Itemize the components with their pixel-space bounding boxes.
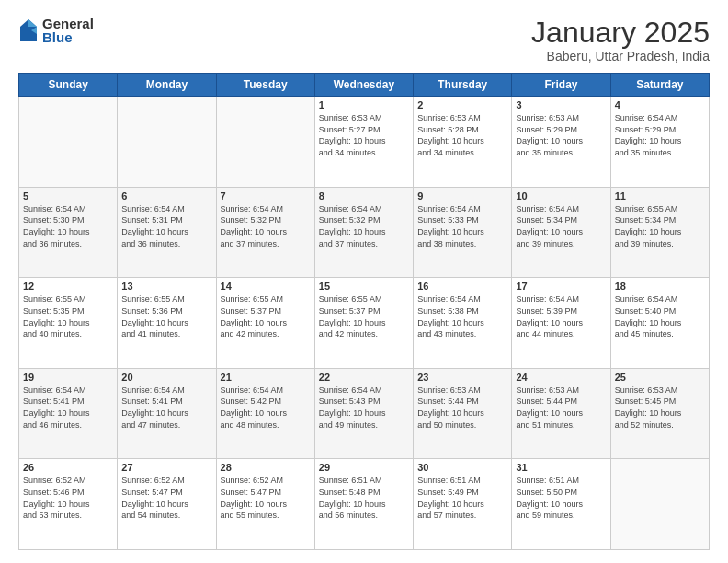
day-info-line-2: Daylight: 10 hours: [516, 317, 606, 329]
day-number: 29: [319, 462, 409, 473]
day-info-line-2: Daylight: 10 hours: [516, 135, 606, 147]
day-info-line-1: Sunset: 5:40 PM: [615, 305, 705, 317]
day-info-line-2: Daylight: 10 hours: [121, 408, 211, 419]
day-info-line-1: Sunset: 5:38 PM: [417, 305, 507, 317]
day-number: 8: [319, 190, 409, 201]
col-thursday: Thursday: [414, 74, 512, 97]
header: General Blue January 2025 Baberu, Uttar …: [18, 17, 710, 63]
day-number: 13: [121, 281, 211, 292]
day-info-line-1: Sunset: 5:46 PM: [23, 487, 113, 499]
day-info-line-2: Daylight: 10 hours: [319, 499, 409, 511]
calendar-cell-4-1: 19Sunrise: 6:54 AMSunset: 5:41 PMDayligh…: [19, 368, 118, 459]
day-info-line-0: Sunrise: 6:53 AM: [417, 112, 507, 124]
day-info-line-3: and 52 minutes.: [615, 419, 705, 431]
day-info-line-2: Daylight: 10 hours: [121, 317, 211, 329]
calendar-cell-3-6: 17Sunrise: 6:54 AMSunset: 5:39 PMDayligh…: [512, 278, 610, 369]
day-number: 17: [516, 281, 606, 292]
calendar-table: Sunday Monday Tuesday Wednesday Thursday…: [18, 73, 710, 550]
day-number: 18: [615, 281, 705, 292]
day-info-line-2: Daylight: 10 hours: [221, 499, 311, 511]
day-info-line-0: Sunrise: 6:52 AM: [221, 475, 311, 487]
day-info-line-1: Sunset: 5:44 PM: [417, 396, 507, 408]
day-info-line-0: Sunrise: 6:52 AM: [23, 475, 113, 487]
day-info-line-0: Sunrise: 6:54 AM: [121, 385, 211, 396]
day-info-line-2: Daylight: 10 hours: [23, 226, 113, 238]
day-info-line-2: Daylight: 10 hours: [516, 408, 606, 419]
day-number: 2: [417, 99, 507, 110]
day-info-line-3: and 35 minutes.: [615, 147, 705, 159]
col-monday: Monday: [118, 74, 216, 97]
day-number: 24: [516, 372, 606, 383]
day-info-line-2: Daylight: 10 hours: [23, 408, 113, 419]
day-info-line-1: Sunset: 5:47 PM: [221, 487, 311, 499]
day-info-line-3: and 37 minutes.: [319, 238, 409, 250]
day-info-line-0: Sunrise: 6:54 AM: [417, 293, 507, 305]
day-info-line-3: and 55 minutes.: [221, 510, 311, 522]
day-info-line-2: Daylight: 10 hours: [615, 226, 705, 238]
day-info-line-3: and 39 minutes.: [615, 238, 705, 250]
day-info-line-1: Sunset: 5:39 PM: [516, 305, 606, 317]
day-info-line-2: Daylight: 10 hours: [417, 499, 507, 511]
day-info-line-3: and 49 minutes.: [319, 419, 409, 431]
day-info-line-3: and 35 minutes.: [516, 147, 606, 159]
day-number: 23: [417, 372, 507, 383]
location-subtitle: Baberu, Uttar Pradesh, India: [531, 49, 710, 63]
day-info-line-0: Sunrise: 6:55 AM: [221, 293, 311, 305]
day-number: 26: [23, 462, 113, 473]
day-info-line-0: Sunrise: 6:54 AM: [221, 385, 311, 396]
calendar-cell-2-6: 10Sunrise: 6:54 AMSunset: 5:34 PMDayligh…: [512, 187, 610, 278]
logo-blue-text: Blue: [42, 30, 94, 44]
day-info-line-1: Sunset: 5:28 PM: [417, 124, 507, 136]
calendar-cell-1-4: 1Sunrise: 6:53 AMSunset: 5:27 PMDaylight…: [314, 97, 413, 188]
day-number: 30: [417, 462, 507, 473]
calendar-cell-4-2: 20Sunrise: 6:54 AMSunset: 5:41 PMDayligh…: [118, 368, 216, 459]
day-info-line-1: Sunset: 5:32 PM: [221, 214, 311, 226]
day-info-line-1: Sunset: 5:32 PM: [319, 214, 409, 226]
calendar-cell-4-7: 25Sunrise: 6:53 AMSunset: 5:45 PMDayligh…: [610, 368, 709, 459]
day-info-line-3: and 46 minutes.: [23, 419, 113, 431]
day-info-line-2: Daylight: 10 hours: [221, 408, 311, 419]
day-number: 22: [319, 372, 409, 383]
calendar-cell-2-4: 8Sunrise: 6:54 AMSunset: 5:32 PMDaylight…: [314, 187, 413, 278]
calendar-cell-2-1: 5Sunrise: 6:54 AMSunset: 5:30 PMDaylight…: [19, 187, 118, 278]
calendar-cell-3-3: 14Sunrise: 6:55 AMSunset: 5:37 PMDayligh…: [216, 278, 314, 369]
day-number: 11: [615, 190, 705, 201]
day-info-line-3: and 38 minutes.: [417, 238, 507, 250]
day-info-line-1: Sunset: 5:43 PM: [319, 396, 409, 408]
day-number: 9: [417, 190, 507, 201]
calendar-cell-5-2: 27Sunrise: 6:52 AMSunset: 5:47 PMDayligh…: [118, 459, 216, 550]
day-number: 20: [121, 372, 211, 383]
svg-marker-1: [28, 19, 37, 27]
day-info-line-2: Daylight: 10 hours: [221, 226, 311, 238]
day-info-line-1: Sunset: 5:47 PM: [121, 487, 211, 499]
day-info-line-3: and 42 minutes.: [221, 328, 311, 340]
day-info-line-3: and 56 minutes.: [319, 510, 409, 522]
day-info-line-0: Sunrise: 6:54 AM: [516, 293, 606, 305]
day-info-line-2: Daylight: 10 hours: [319, 408, 409, 419]
day-info-line-3: and 53 minutes.: [23, 510, 113, 522]
calendar-cell-3-5: 16Sunrise: 6:54 AMSunset: 5:38 PMDayligh…: [414, 278, 512, 369]
day-info-line-3: and 40 minutes.: [23, 328, 113, 340]
col-wednesday: Wednesday: [314, 74, 413, 97]
day-info-line-2: Daylight: 10 hours: [319, 317, 409, 329]
day-info-line-1: Sunset: 5:34 PM: [516, 214, 606, 226]
day-info-line-1: Sunset: 5:45 PM: [615, 396, 705, 408]
day-info-line-1: Sunset: 5:50 PM: [516, 487, 606, 499]
day-info-line-3: and 42 minutes.: [319, 328, 409, 340]
calendar-cell-1-6: 3Sunrise: 6:53 AMSunset: 5:29 PMDaylight…: [512, 97, 610, 188]
day-info-line-3: and 41 minutes.: [121, 328, 211, 340]
day-info-line-3: and 34 minutes.: [319, 147, 409, 159]
calendar-cell-5-7: [610, 459, 709, 550]
day-info-line-2: Daylight: 10 hours: [23, 317, 113, 329]
day-info-line-3: and 37 minutes.: [221, 238, 311, 250]
day-info-line-1: Sunset: 5:41 PM: [23, 396, 113, 408]
day-number: 1: [319, 99, 409, 110]
day-info-line-0: Sunrise: 6:53 AM: [615, 385, 705, 396]
day-info-line-2: Daylight: 10 hours: [319, 135, 409, 147]
day-number: 4: [615, 99, 705, 110]
day-info-line-1: Sunset: 5:41 PM: [121, 396, 211, 408]
calendar-cell-3-2: 13Sunrise: 6:55 AMSunset: 5:36 PMDayligh…: [118, 278, 216, 369]
day-info-line-0: Sunrise: 6:51 AM: [319, 475, 409, 487]
calendar-cell-4-5: 23Sunrise: 6:53 AMSunset: 5:44 PMDayligh…: [414, 368, 512, 459]
day-number: 10: [516, 190, 606, 201]
